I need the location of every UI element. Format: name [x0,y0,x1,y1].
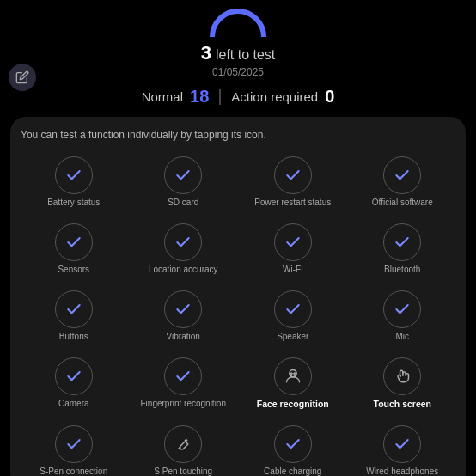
svg-point-3 [290,373,291,374]
item-label: Wi-Fi [283,265,302,275]
item-label: SD card [168,198,198,208]
grid-item[interactable]: S Pen touching [131,420,237,476]
progress-arc [208,7,268,37]
item-icon-circle [383,425,421,463]
item-icon-circle [274,357,312,395]
grid-item[interactable]: Touch screen [350,352,456,415]
item-icon-circle [55,357,93,395]
item-label: Buttons [59,332,88,342]
grid-item[interactable]: Official software [350,151,456,213]
item-icon-circle [383,357,421,395]
item-label: Face recognition [257,399,329,410]
item-icon-circle [383,223,421,261]
item-icon-circle [274,425,312,463]
grid-item[interactable]: Wired headphones [350,420,456,476]
grid-item[interactable]: Battery status [21,151,127,213]
item-icon-circle [274,290,312,328]
grid-item[interactable]: Bluetooth [350,218,456,280]
status-divider [219,89,221,105]
item-label: Wired headphones [366,467,438,476]
grid-item[interactable]: SD card [131,151,237,213]
grid-item[interactable]: Location accuracy [131,218,237,280]
item-icon-circle [164,357,202,395]
count-text: 3 left to test [201,42,276,64]
svg-point-4 [294,373,295,374]
item-icon-circle [274,156,312,194]
svg-point-0 [212,11,264,37]
grid-item[interactable]: Sensors [21,218,127,280]
action-label: Action required [231,89,318,104]
item-icon-circle [383,156,421,194]
item-label: Bluetooth [384,265,420,275]
item-label: Battery status [47,198,100,208]
item-label: Cable charging [264,467,321,476]
grid-item[interactable]: Power restart status [240,151,346,213]
item-icon-circle [55,290,93,328]
edit-icon-button[interactable] [9,64,36,91]
item-label: Vibration [167,332,200,342]
item-label: Fingerprint recognition [141,399,227,409]
grid-item[interactable]: Speaker [240,285,346,347]
grid-item[interactable]: Buttons [21,285,127,347]
normal-count: 18 [190,87,209,107]
item-label: Mic [395,332,409,342]
item-icon-circle [164,425,202,463]
status-row: Normal 18 Action required 0 [142,87,335,107]
item-icon-circle [164,223,202,261]
action-count: 0 [325,87,334,107]
item-label: Power restart status [254,198,331,208]
card-hint: You can test a function individually by … [21,129,455,141]
grid-item[interactable]: Fingerprint recognition [131,352,237,415]
grid-item[interactable]: Camera [21,352,127,415]
item-icon-circle [383,290,421,328]
grid-item[interactable]: Vibration [131,285,237,347]
item-label: Camera [58,399,89,409]
grid-item[interactable]: Wi-Fi [240,218,346,280]
top-section: 3 left to test 01/05/2025 Normal 18 Acti… [0,0,476,117]
date-text: 01/05/2025 [212,66,264,78]
normal-label: Normal [142,89,183,104]
item-icon-circle [164,290,202,328]
item-icon-circle [55,425,93,463]
item-label: S Pen touching [154,467,212,476]
grid-item[interactable]: Face recognition [240,352,346,415]
main-card: You can test a function individually by … [10,117,466,476]
item-label: S-Pen connection [40,467,107,476]
item-label: Speaker [277,332,308,342]
item-icon-circle [164,156,202,194]
grid-item[interactable]: S-Pen connection [21,420,127,476]
item-icon-circle [274,223,312,261]
item-label: Touch screen [374,399,432,410]
grid-item[interactable]: Cable charging [240,420,346,476]
svg-point-1 [212,11,264,37]
item-label: Location accuracy [149,265,218,275]
item-label: Official software [372,198,433,208]
item-label: Sensors [58,265,89,275]
items-grid: Battery status SD card Power restart sta… [21,151,455,476]
item-icon-circle [55,223,93,261]
grid-item[interactable]: Mic [350,285,456,347]
item-icon-circle [55,156,93,194]
